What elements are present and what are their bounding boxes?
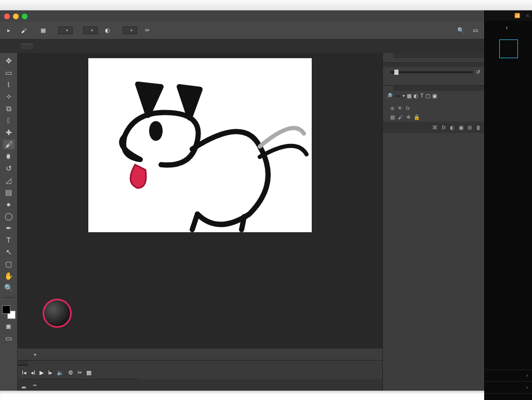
- search-icon[interactable]: 🔍: [456, 26, 466, 35]
- fx-icon[interactable]: fx: [442, 125, 446, 130]
- opacity-input[interactable]: ▾: [83, 26, 98, 34]
- tl-first-frame-button[interactable]: I◂: [22, 369, 26, 376]
- mask-icon[interactable]: ◐: [450, 125, 455, 130]
- filter-shape-icon[interactable]: ▢: [425, 93, 430, 99]
- screenmode-icon[interactable]: ▭: [3, 334, 15, 343]
- layers-footer: ⌘ fx ◐ ▣ ⊞ 🗑: [383, 122, 484, 133]
- document-tab[interactable]: [21, 44, 33, 49]
- type-tool[interactable]: T: [3, 235, 15, 245]
- wand-tool[interactable]: ✧: [3, 92, 15, 101]
- dodge-tool[interactable]: ◯: [3, 211, 15, 221]
- brush-tool[interactable]: 🖌: [3, 140, 15, 149]
- studio-sidebar: 📶 ≡ ‹ › ›: [484, 10, 532, 400]
- studio-quickkeys-button[interactable]: [509, 394, 533, 400]
- history-brush-tool[interactable]: ↺: [3, 164, 15, 173]
- timeline-panel: I◂ ◂I ▶ I▸ 🔈 ⚙ ✂ ▩ ▂: [18, 360, 382, 391]
- brush-cursor-indicator: [43, 299, 72, 328]
- photoshop-badge[interactable]: [499, 39, 518, 58]
- filter-adjust-icon[interactable]: ◐: [414, 93, 418, 99]
- options-bar: ▸ 🖌 ▦ ▾ ▾ ◐ ▾ ✑ 🔍 ▭: [0, 22, 484, 39]
- tl-transition-button[interactable]: ▩: [86, 369, 91, 376]
- link-layers-icon[interactable]: ⌘: [432, 125, 437, 130]
- brush-size-slider[interactable]: [390, 71, 473, 73]
- layer-filter-kind[interactable]: [394, 95, 401, 97]
- mac-menubar[interactable]: [0, 0, 532, 10]
- workspace-icon[interactable]: ▭: [471, 26, 480, 35]
- timeline-footer: ▂ ━: [18, 379, 382, 391]
- canvas-area[interactable]: [18, 53, 382, 349]
- crop-tool[interactable]: ⧉: [3, 104, 15, 113]
- fullscreen-window-button[interactable]: [22, 14, 28, 19]
- filter-type-icon[interactable]: T: [420, 93, 423, 99]
- gradient-tool[interactable]: ▤: [3, 188, 15, 197]
- healing-tool[interactable]: ✚: [3, 128, 15, 137]
- eraser-tool[interactable]: ◿: [3, 176, 15, 185]
- tl-zoom-out-icon[interactable]: ▂: [22, 382, 26, 388]
- fg-bg-color[interactable]: [2, 305, 16, 319]
- new-layer-icon[interactable]: ⊞: [468, 125, 472, 130]
- flow-input[interactable]: ▾: [123, 26, 137, 34]
- stamp-tool[interactable]: ⧯: [3, 152, 15, 161]
- airbrush-icon[interactable]: ✑: [142, 26, 152, 35]
- blend-mode-select[interactable]: ▾: [58, 26, 73, 34]
- tl-split-button[interactable]: ✂: [77, 369, 82, 376]
- canvas[interactable]: [88, 58, 312, 232]
- swatches-panel[interactable]: [383, 58, 484, 62]
- brush-preset-icon[interactable]: 🖌: [19, 26, 28, 35]
- lasso-tool[interactable]: ⌇: [3, 80, 15, 89]
- pen-tool[interactable]: ✒: [3, 223, 15, 233]
- layers-tab[interactable]: [383, 86, 393, 91]
- layers-panel: 🔎 ▾ ▦ ◐ T ▢ ▣ ⊕👁fx ▦🖌✥🔒 ⌘ fx ◐ ▣: [383, 85, 484, 391]
- status-flyout-icon[interactable]: ▸: [34, 352, 37, 357]
- studio-keyboard-button[interactable]: [485, 394, 509, 400]
- navigator-tab[interactable]: [393, 53, 404, 58]
- brush-presets-panel: ↺: [383, 62, 484, 85]
- tools-panel: ✥ ▭ ⌇ ✧ ⧉ 𓂄 ✚ 🖌 ⧯ ↺ ◿ ▤ ● ◯ ✒ T ↖ ▢ ✋ 🔍 …: [0, 53, 18, 391]
- hand-tool[interactable]: ✋: [3, 271, 15, 281]
- eyedropper-tool[interactable]: 𓂄: [3, 116, 15, 125]
- channels-tab[interactable]: [393, 86, 404, 91]
- tl-settings-button[interactable]: ⚙: [68, 369, 73, 376]
- tl-zoom-slider-icon[interactable]: ━: [33, 382, 36, 388]
- filter-pixel-icon[interactable]: ▦: [407, 93, 411, 99]
- studio-back-icon[interactable]: ‹: [506, 24, 508, 31]
- opacity-pressure-icon[interactable]: ◐: [103, 26, 112, 35]
- unify-vis-icon[interactable]: 👁: [397, 105, 403, 111]
- swatches-tab[interactable]: [383, 53, 393, 58]
- tl-prev-frame-button[interactable]: ◂I: [31, 369, 35, 376]
- lock-pos-icon[interactable]: ✥: [406, 114, 410, 120]
- path-select-tool[interactable]: ↖: [3, 247, 15, 257]
- brush-size-reset-icon[interactable]: ↺: [476, 69, 480, 75]
- studio-menu-icon[interactable]: ≡: [526, 13, 529, 18]
- timeline-tab[interactable]: [18, 361, 28, 366]
- lock-all-icon[interactable]: 🔒: [414, 114, 420, 120]
- page-edge: [0, 391, 484, 400]
- shape-tool[interactable]: ▢: [3, 259, 15, 269]
- document-tabs: [0, 39, 484, 53]
- brush-tip-picker[interactable]: [383, 77, 484, 83]
- blur-tool[interactable]: ●: [3, 199, 15, 209]
- tl-next-frame-button[interactable]: I▸: [48, 369, 52, 376]
- new-group-icon[interactable]: ▣: [459, 125, 463, 130]
- zoom-tool[interactable]: 🔍: [3, 283, 15, 292]
- unify-pos-icon[interactable]: ⊕: [390, 105, 394, 111]
- svg-point-0: [152, 124, 160, 138]
- tl-audio-button[interactable]: 🔈: [57, 369, 64, 376]
- brush-panel-icon[interactable]: ▦: [38, 26, 48, 35]
- tl-play-button[interactable]: ▶: [39, 369, 44, 376]
- timeline-ruler[interactable]: [140, 367, 382, 379]
- marquee-tool[interactable]: ▭: [3, 68, 15, 77]
- quickmask-icon[interactable]: ◙: [3, 322, 15, 331]
- filter-smart-icon[interactable]: ▣: [432, 93, 437, 99]
- canvas-status-bar: ▸: [18, 349, 382, 360]
- lock-paint-icon[interactable]: 🖌: [398, 114, 403, 120]
- minimize-window-button[interactable]: [13, 14, 19, 19]
- delete-layer-icon[interactable]: 🗑: [476, 125, 481, 130]
- right-panel-stack: ↺ 🔎 ▾ ▦ ◐ T ▢ ▣: [382, 53, 484, 391]
- brush-presets-title: [383, 63, 484, 67]
- move-tool[interactable]: ✥: [3, 56, 15, 65]
- home-icon[interactable]: ▸: [4, 26, 14, 35]
- wifi-icon: 📶: [514, 13, 520, 18]
- close-window-button[interactable]: [4, 14, 10, 19]
- lock-pixels-icon[interactable]: ▦: [390, 114, 395, 120]
